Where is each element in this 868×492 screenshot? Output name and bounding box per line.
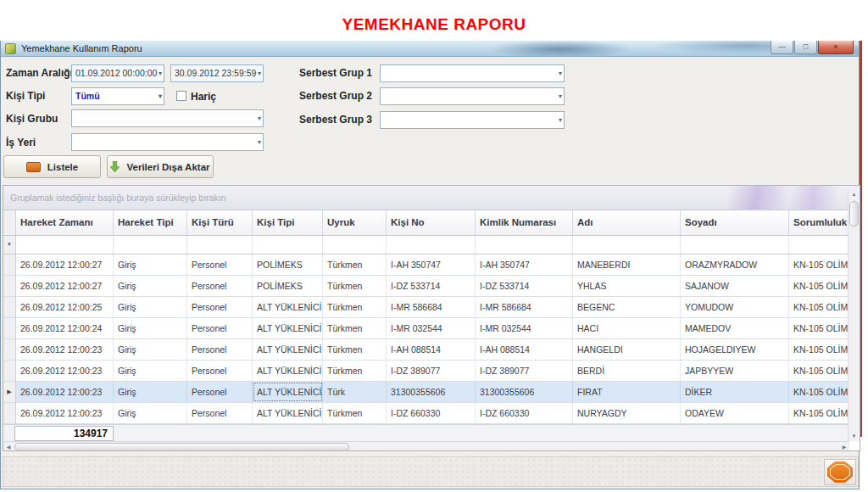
vertical-scrollbar[interactable]: ▲ ▼ bbox=[848, 189, 860, 441]
table-cell[interactable]: Türkmen bbox=[323, 318, 387, 338]
table-cell[interactable]: I-AH 088514 bbox=[387, 339, 476, 360]
filter-cell[interactable] bbox=[323, 236, 387, 254]
table-cell[interactable]: Personel bbox=[187, 276, 253, 296]
horizontal-scrollbar-thumb[interactable] bbox=[14, 443, 349, 451]
close-button[interactable]: × bbox=[818, 41, 854, 54]
table-cell[interactable]: DİKER bbox=[681, 382, 789, 402]
filter-cell[interactable] bbox=[253, 236, 323, 254]
table-cell[interactable]: I-MR 032544 bbox=[387, 318, 476, 338]
table-cell[interactable]: KN-105 OLİMPİY bbox=[789, 276, 849, 296]
header-cell[interactable]: Kişi Tipi bbox=[253, 210, 323, 235]
table-cell[interactable]: I-MR 586684 bbox=[476, 297, 573, 317]
table-cell[interactable]: MANEBERDI bbox=[573, 254, 681, 275]
table-cell[interactable]: Giriş bbox=[114, 361, 187, 381]
table-cell[interactable]: ALT YÜKLENİCİ bbox=[253, 361, 323, 381]
table-cell[interactable]: FIRAT bbox=[573, 382, 681, 402]
table-cell[interactable]: Giriş bbox=[114, 254, 187, 275]
table-cell[interactable]: Giriş bbox=[114, 339, 187, 360]
table-cell[interactable]: 26.09.2012 12:00:23 bbox=[16, 339, 114, 360]
vertical-scrollbar-thumb[interactable] bbox=[849, 201, 859, 226]
filter-cell[interactable] bbox=[387, 236, 476, 254]
table-cell[interactable]: BEGENC bbox=[573, 297, 681, 317]
table-cell[interactable]: Giriş bbox=[114, 276, 187, 296]
table-cell[interactable]: I-DZ 533714 bbox=[476, 276, 573, 296]
scroll-left-icon[interactable]: ◀ bbox=[3, 442, 14, 451]
serbest-grup-2-combo[interactable]: ▾ bbox=[380, 87, 565, 105]
table-cell[interactable]: 26.09.2012 12:00:27 bbox=[16, 276, 114, 296]
table-cell[interactable]: KN-105 OLİMPİY bbox=[789, 318, 849, 338]
table-cell[interactable]: 26.09.2012 12:00:25 bbox=[16, 297, 114, 317]
filter-row-icon[interactable]: ▼ bbox=[3, 236, 16, 254]
table-cell[interactable]: 31300355606 bbox=[387, 382, 476, 402]
table-cell[interactable]: Türkmen bbox=[323, 297, 387, 317]
table-cell[interactable]: Giriş bbox=[114, 297, 187, 317]
minimize-button[interactable]: — bbox=[771, 41, 793, 54]
table-cell[interactable]: Personel bbox=[187, 297, 253, 317]
header-cell[interactable]: Kişi Türü bbox=[187, 210, 253, 235]
table-cell[interactable]: Personel bbox=[187, 318, 253, 338]
table-cell[interactable]: I-DZ 533714 bbox=[387, 276, 476, 296]
table-cell[interactable]: Türkmen bbox=[323, 403, 387, 423]
header-cell[interactable]: Uyruk bbox=[323, 210, 387, 235]
table-cell[interactable]: I-MR 032544 bbox=[476, 318, 573, 338]
haric-checkbox[interactable] bbox=[176, 91, 186, 101]
table-cell[interactable]: Türkmen bbox=[323, 361, 387, 381]
scroll-up-icon[interactable]: ▲ bbox=[849, 189, 860, 199]
table-cell[interactable]: Türkmen bbox=[323, 276, 387, 296]
table-cell[interactable]: SAJANOW bbox=[681, 276, 789, 296]
table-cell[interactable]: ALT YÜKLENİCİ bbox=[253, 297, 323, 317]
table-cell[interactable]: ODAYEW bbox=[681, 403, 789, 423]
header-cell[interactable]: Sorumluluk bbox=[789, 210, 849, 235]
table-cell[interactable]: ALT YÜKLENİCİ bbox=[253, 339, 323, 360]
table-cell[interactable]: KN-105 OLİMPİY bbox=[789, 339, 849, 360]
table-cell[interactable]: Giriş bbox=[114, 318, 187, 338]
table-cell[interactable]: HOJAGELDIYEW bbox=[681, 339, 789, 360]
filter-cell[interactable] bbox=[114, 236, 187, 254]
table-cell[interactable]: Personel bbox=[187, 382, 253, 402]
table-cell[interactable]: I-AH 350747 bbox=[476, 254, 573, 275]
serbest-grup-1-combo[interactable]: ▾ bbox=[380, 64, 565, 82]
table-cell[interactable]: POLİMEKS bbox=[253, 254, 323, 275]
table-cell[interactable]: NURYAGDY bbox=[573, 403, 681, 423]
serbest-grup-3-combo[interactable]: ▾ bbox=[380, 111, 565, 129]
table-cell[interactable]: Personel bbox=[187, 254, 253, 275]
kisi-grubu-combo[interactable]: ▾ bbox=[71, 109, 264, 127]
listele-button[interactable]: Listele bbox=[3, 155, 101, 178]
table-cell[interactable]: ALT YÜKLENİCİ bbox=[253, 403, 323, 423]
table-cell[interactable]: KN-105 OLİMPİY bbox=[789, 382, 849, 402]
table-cell[interactable]: 26.09.2012 12:00:24 bbox=[16, 318, 114, 338]
table-cell[interactable]: YHLAS bbox=[573, 276, 681, 296]
scroll-right-icon[interactable]: ▶ bbox=[839, 442, 849, 451]
table-row[interactable]: 26.09.2012 12:00:25GirişPersonelALT YÜKL… bbox=[3, 297, 849, 318]
table-cell[interactable]: ALT YÜKLENİCİ bbox=[253, 318, 323, 338]
table-cell[interactable]: Türkmen bbox=[323, 339, 387, 360]
table-cell[interactable]: 26.09.2012 12:00:23 bbox=[16, 382, 114, 402]
table-cell[interactable]: 31300355606 bbox=[476, 382, 573, 402]
group-by-panel[interactable]: Gruplamak istediğiniz başlığı buraya sür… bbox=[3, 186, 860, 210]
table-cell[interactable]: KN-105 OLİMPİY bbox=[789, 297, 849, 317]
header-cell[interactable]: Kimlik Numarası bbox=[476, 210, 573, 235]
header-cell[interactable]: Adı bbox=[573, 210, 681, 235]
table-cell[interactable]: ORAZMYRADOW bbox=[681, 254, 789, 275]
table-row[interactable]: ▶26.09.2012 12:00:23GirişPersonelALT YÜK… bbox=[3, 382, 849, 403]
kisi-tipi-combo[interactable]: Tümü ▾ bbox=[71, 87, 164, 105]
table-row[interactable]: 26.09.2012 12:00:23GirişPersonelALT YÜKL… bbox=[3, 339, 849, 361]
table-row[interactable]: 26.09.2012 12:00:27GirişPersonelPOLİMEKS… bbox=[3, 276, 849, 297]
filter-cell[interactable] bbox=[573, 236, 681, 254]
table-cell[interactable]: Türk bbox=[323, 382, 387, 402]
table-cell[interactable]: JAPBYYEW bbox=[681, 361, 789, 381]
filter-cell[interactable] bbox=[789, 236, 849, 254]
table-cell[interactable]: ALT YÜKLENİCİ bbox=[253, 382, 323, 402]
table-cell[interactable]: Giriş bbox=[114, 382, 187, 402]
table-cell[interactable]: 26.09.2012 12:00:27 bbox=[16, 254, 114, 275]
table-row[interactable]: 26.09.2012 12:00:24GirişPersonelALT YÜKL… bbox=[3, 318, 849, 339]
is-yeri-combo[interactable]: ▾ bbox=[71, 133, 264, 151]
date-from-field[interactable]: 01.09.2012 00:00:00 ▾ bbox=[71, 64, 164, 82]
date-to-field[interactable]: 30.09.2012 23:59:59 ▾ bbox=[170, 64, 264, 82]
filter-cell[interactable] bbox=[187, 236, 253, 254]
export-button[interactable]: Verileri Dışa Aktar bbox=[107, 155, 214, 178]
maximize-button[interactable]: □ bbox=[794, 41, 817, 54]
horizontal-scrollbar[interactable]: ◀ ▶ bbox=[3, 441, 849, 451]
table-row[interactable]: 26.09.2012 12:00:23GirişPersonelALT YÜKL… bbox=[3, 403, 849, 424]
table-cell[interactable]: Personel bbox=[187, 361, 253, 381]
